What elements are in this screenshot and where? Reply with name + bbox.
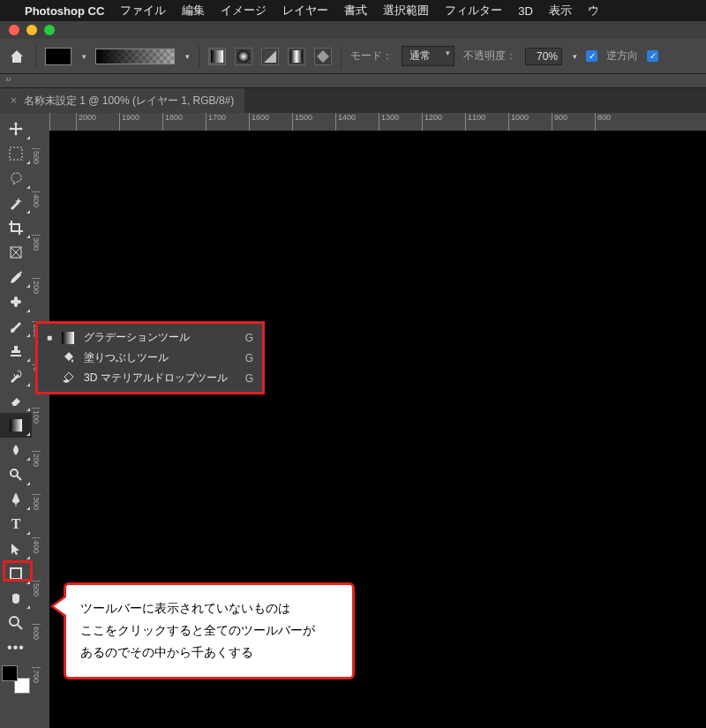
svg-rect-2 xyxy=(290,50,303,63)
menu-3d[interactable]: 3D xyxy=(518,4,533,18)
tool-brush[interactable] xyxy=(0,314,32,339)
flyout-item-bucket[interactable]: 塗りつぶしツール G xyxy=(38,348,262,368)
svg-point-1 xyxy=(237,50,250,63)
minimize-window-button[interactable] xyxy=(26,25,37,35)
note-line: ここをクリックすると全てのツールバーが xyxy=(80,619,338,642)
note-line: ツールバーに表示されていないものは xyxy=(80,597,338,619)
dither-checkbox[interactable] xyxy=(647,50,658,62)
mode-label: モード： xyxy=(350,49,393,64)
tool-hand[interactable] xyxy=(0,586,32,611)
home-button[interactable] xyxy=(7,47,26,66)
zoom-window-button[interactable] xyxy=(44,25,55,35)
options-bar: ▾ ▾ モード： 通常 不透明度： 70% ▾ 逆方向 xyxy=(0,39,706,74)
tool-type[interactable]: T xyxy=(0,512,32,537)
tool-dodge[interactable] xyxy=(0,462,32,487)
annotation-callout: ツールバーに表示されていないものは ここをクリックすると全てのツールバーが ある… xyxy=(64,582,355,679)
document-tab[interactable]: × 名称未設定 1 @ 100% (レイヤー 1, RGB/8#) xyxy=(0,88,244,113)
reverse-label: 逆方向 xyxy=(606,49,638,64)
flyout-item-gradient[interactable]: ■ グラデーションツール G xyxy=(38,327,262,348)
opacity-input[interactable]: 70% xyxy=(525,48,562,65)
ruler-vertical[interactable]: 5004003002001000100200300400500600700 xyxy=(32,131,49,728)
svg-line-12 xyxy=(17,476,21,480)
menu-select[interactable]: 選択範囲 xyxy=(383,3,429,19)
fg-bg-color[interactable] xyxy=(2,665,30,694)
svg-rect-16 xyxy=(62,332,74,344)
chevron-down-icon[interactable]: ▾ xyxy=(185,52,190,61)
ruler-corner xyxy=(32,113,49,131)
chevron-down-icon[interactable]: ▾ xyxy=(573,52,577,61)
svg-rect-4 xyxy=(10,147,22,160)
svg-rect-0 xyxy=(211,50,223,63)
close-window-button[interactable] xyxy=(9,25,19,35)
menu-image[interactable]: イメージ xyxy=(221,3,267,19)
gradient-reflected-button[interactable] xyxy=(288,48,305,65)
svg-point-11 xyxy=(11,469,18,477)
drop3d-icon xyxy=(61,372,77,386)
opacity-label: 不透明度： xyxy=(463,49,516,64)
titlebar xyxy=(0,21,706,39)
svg-point-14 xyxy=(10,617,19,626)
tool-wand[interactable] xyxy=(0,191,32,215)
tool-more[interactable]: ••• xyxy=(0,635,32,660)
system-menubar: Photoshop CC ファイル 編集 イメージ レイヤー 書式 選択範囲 フ… xyxy=(0,0,706,21)
svg-rect-9 xyxy=(14,296,18,307)
svg-rect-3 xyxy=(317,50,329,63)
tool-pen[interactable] xyxy=(0,487,32,512)
gradient-radial-button[interactable] xyxy=(235,48,252,65)
menu-filter[interactable]: フィルター xyxy=(445,3,502,19)
tool-lasso[interactable] xyxy=(0,166,32,191)
tool-historybrush[interactable] xyxy=(0,364,32,388)
tool-frame[interactable] xyxy=(0,240,32,265)
gradient-preview[interactable] xyxy=(95,49,175,64)
tool-gradient[interactable] xyxy=(0,413,32,438)
svg-line-15 xyxy=(18,625,22,629)
document-tabbar: × 名称未設定 1 @ 100% (レイヤー 1, RGB/8#) xyxy=(0,88,706,113)
tool-path-select[interactable] xyxy=(0,537,32,561)
bucket-icon xyxy=(61,351,77,365)
gradient-icon xyxy=(61,331,77,345)
tool-healing[interactable] xyxy=(0,289,32,314)
tool-eyedropper[interactable] xyxy=(0,265,32,289)
tool-flyout-menu: ■ グラデーションツール G 塗りつぶしツール G 3D マテリアルドロップツー… xyxy=(35,321,265,394)
gradient-linear-button[interactable] xyxy=(208,48,226,65)
menu-layer[interactable]: レイヤー xyxy=(282,3,328,19)
ruler-horizontal[interactable]: 2000190018001700160015001400130012001100… xyxy=(49,113,706,131)
app-name[interactable]: Photoshop CC xyxy=(25,4,104,18)
gradient-angle-button[interactable] xyxy=(261,48,279,65)
gradient-swatch[interactable] xyxy=(45,48,71,65)
menu-type[interactable]: 書式 xyxy=(344,3,367,19)
tool-move[interactable] xyxy=(0,116,32,141)
gradient-diamond-button[interactable] xyxy=(314,48,332,65)
menu-window[interactable]: ウ xyxy=(588,3,599,19)
note-line: あるのでその中から千あくする xyxy=(80,642,338,664)
tool-blur[interactable] xyxy=(0,438,32,462)
tool-crop[interactable] xyxy=(0,215,32,240)
annotation-highlight-more-tools xyxy=(3,560,33,582)
panel-collapse-handle[interactable]: ›› xyxy=(0,74,706,88)
reverse-checkbox[interactable] xyxy=(586,50,597,62)
svg-rect-10 xyxy=(10,419,22,432)
mode-select[interactable]: 通常 xyxy=(402,46,454,66)
toolbar: T ••• xyxy=(0,113,32,728)
close-tab-button[interactable]: × xyxy=(11,94,17,107)
chevron-down-icon[interactable]: ▾ xyxy=(82,52,86,61)
tool-zoom[interactable] xyxy=(0,611,32,635)
menu-view[interactable]: 表示 xyxy=(549,3,572,19)
flyout-item-3d-material[interactable]: 3D マテリアルドロップツール G xyxy=(38,368,262,388)
tool-eraser[interactable] xyxy=(0,388,32,413)
tool-stamp[interactable] xyxy=(0,339,32,364)
tab-title: 名称未設定 1 @ 100% (レイヤー 1, RGB/8#) xyxy=(24,94,234,109)
menu-file[interactable]: ファイル xyxy=(120,3,166,19)
menu-edit[interactable]: 編集 xyxy=(182,3,205,19)
tool-marquee[interactable] xyxy=(0,141,32,166)
